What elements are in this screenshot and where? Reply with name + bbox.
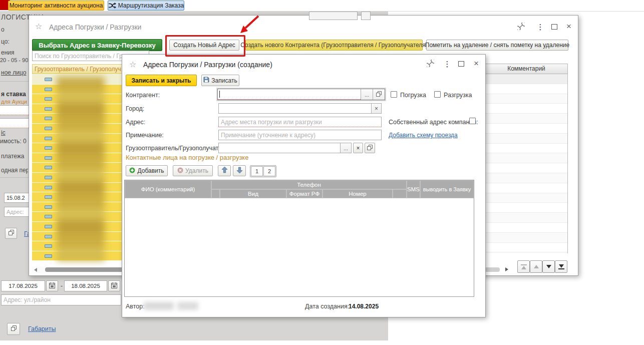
date-range-separator: - [61,282,63,289]
col-phone-format[interactable]: Формат РФ [286,189,323,198]
menu-dots-icon[interactable]: ⋮ [535,23,545,32]
col-fio[interactable]: ФИО (комментарий) [125,180,211,198]
comment-row[interactable] [485,233,567,243]
sidebar-required-input[interactable] [0,105,29,115]
comment-row[interactable] [485,213,567,223]
comment-row[interactable] [485,74,567,84]
col-phone-type[interactable]: Вид [220,189,286,198]
date-from-calendar-button[interactable] [46,280,58,291]
comment-row[interactable] [485,183,567,193]
shipper-open-button[interactable] [365,143,375,153]
add-route-link[interactable]: Добавить схему проезда [389,132,458,139]
move-down-icon [546,265,551,268]
dimensions-link[interactable]: Габариты [28,325,56,332]
move-up-button[interactable] [530,260,542,273]
sidebar-link[interactable]: іс [1,129,28,136]
comment-row[interactable] [485,243,567,253]
monitoring-button-label: Мониторинг активности аукциона [10,2,103,9]
link-icon[interactable] [425,60,435,69]
create-address-dialog: ☆ Адреса Погрузки / Разгрузки (создание)… [122,54,486,317]
note-input[interactable] [218,130,382,140]
save-button[interactable]: Записать [201,75,239,86]
own-address-checkbox[interactable] [469,118,476,124]
comment-row[interactable] [485,104,567,114]
date-from-input[interactable] [1,280,45,291]
save-label: Записать [211,77,237,84]
comment-column-header[interactable]: Комментарий [485,64,568,74]
mdi-window-tab[interactable] [309,12,358,20]
contractor-label: Контрагент: [126,92,160,99]
created-date-label: Дата создания: [305,303,349,310]
phone-page-1-button[interactable]: 1 [251,166,263,176]
col-phone-number[interactable]: Номер [323,189,393,198]
street-address-input[interactable] [1,294,121,305]
upper-open-button[interactable] [5,228,17,239]
move-top-button[interactable] [517,260,530,273]
contractor-choose-button[interactable]: ... [361,89,373,100]
comment-row[interactable] [485,84,567,94]
favorite-star-icon[interactable]: ☆ [35,22,42,31]
maximize-icon[interactable] [456,60,466,69]
comment-row[interactable] [485,144,567,154]
city-clear-button[interactable]: × [371,104,381,113]
move-down-button[interactable] [542,260,555,273]
unloading-checkbox[interactable] [434,91,441,98]
scrollbar-thumb-end[interactable] [485,267,500,272]
menu-dots-icon[interactable]: ⋮ [442,60,452,69]
comment-row[interactable] [485,223,567,233]
record-dash-icon [45,146,52,150]
maximize-icon[interactable] [549,23,559,32]
col-phone[interactable]: Телефон [211,180,407,189]
comment-row[interactable] [485,163,567,173]
mark-delete-button[interactable]: Пометить на удаление / снять пометку на … [426,40,568,51]
comment-row[interactable] [485,203,567,213]
col-sms[interactable]: SMS [407,180,420,198]
select-address-label: Выбрать Адрес в Заявку-Перевозку [39,42,155,49]
phone-page-2-button[interactable]: 2 [263,166,275,176]
lower-open-button[interactable] [7,323,20,335]
move-bottom-button[interactable] [555,260,567,273]
comment-row[interactable] [485,114,567,124]
comment-row[interactable] [485,173,567,183]
city-input[interactable] [219,104,371,113]
monitoring-button[interactable]: Мониторинг активности аукциона [8,1,104,11]
delete-contact-button[interactable]: Удалить [173,165,213,176]
row-up-button[interactable] [218,165,231,176]
create-contractor-button[interactable]: Создать нового Контрагента (Грузоотправи… [245,40,423,51]
comment-row[interactable] [485,134,567,144]
add-contact-button[interactable]: Добавить [126,165,168,176]
loading-checkbox[interactable] [391,91,397,98]
favorite-star-icon[interactable]: ☆ [129,60,136,69]
close-icon[interactable]: × [564,23,574,32]
link-icon[interactable] [516,23,526,32]
comment-row[interactable] [485,94,567,104]
col-to-request[interactable]: выводить в Заявку [420,180,474,198]
row-down-button[interactable] [233,165,246,176]
scroll-left-arrow-icon[interactable] [34,268,37,272]
contractor-open-button[interactable] [373,89,385,100]
contractor-input[interactable] [218,89,361,100]
comment-row[interactable] [485,252,567,253]
shipper-clear-button[interactable]: × [353,143,363,153]
shipper-input[interactable] [219,143,340,153]
address-input[interactable] [218,117,382,127]
date-to-calendar-button[interactable] [108,280,120,291]
sidebar-required-input[interactable] [0,118,29,128]
sidebar-contact-link[interactable]: ное лицо [1,69,28,76]
add-icon [129,167,135,175]
routing-button[interactable]: Маршрутизация Заказа [108,1,184,11]
comment-row[interactable] [485,153,567,163]
save-close-button[interactable]: Записать и закрыть [126,75,197,86]
comment-row[interactable] [485,124,567,134]
shipper-label: Грузоотправитель/Грузополучатель: [126,145,230,152]
redacted-author-name [144,302,174,310]
comment-row[interactable] [485,193,567,203]
date-to-input[interactable] [64,280,107,291]
contacts-table-body[interactable] [125,198,474,296]
close-icon[interactable]: × [471,60,481,69]
shipper-choose-button[interactable]: ... [340,143,351,153]
scroll-right-arrow-icon[interactable] [505,267,508,271]
mdi-restore-button[interactable] [361,12,371,20]
select-address-button[interactable]: Выбрать Адрес в Заявку-Перевозку [32,39,162,51]
redacted-author-name [177,302,198,310]
